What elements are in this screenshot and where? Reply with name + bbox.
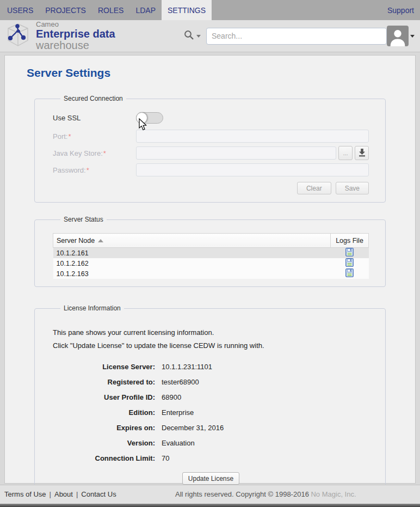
license-row-connection-limit: Connection Limit: 70	[53, 454, 369, 462]
contact-us-link[interactable]: Contact Us	[81, 490, 116, 498]
top-nav: USERS PROJECTS ROLES LDAP SETTINGS Suppo…	[0, 0, 420, 20]
nav-item-support[interactable]: Support	[381, 0, 420, 20]
floppy-disk-icon	[345, 260, 354, 268]
server-status-legend: Server Status	[60, 216, 107, 223]
content-card: Server Settings Secured Connection Use S…	[4, 55, 416, 484]
port-row: Port:*	[53, 130, 369, 143]
user-menu-caret-icon[interactable]	[410, 35, 415, 38]
nav-item-ldap[interactable]: LDAP	[129, 0, 162, 20]
column-header-logs-file: Logs File	[331, 234, 369, 248]
brand-enterprise-data: Enterprise data	[36, 28, 115, 40]
search-zone	[184, 28, 387, 45]
secured-connection-actions: Clear Save	[53, 182, 369, 194]
copyright-text: All rights reserved. Copyright © 1998-20…	[175, 490, 356, 498]
license-row-user-profile-id: User Profile ID: 68900	[53, 393, 369, 401]
footer-separator: |	[76, 490, 78, 498]
page-footer: Terms of Use|About|Contact Us All rights…	[0, 485, 420, 504]
license-intro-line2: Click "Update License" to update the lic…	[53, 341, 369, 350]
password-input[interactable]	[136, 163, 369, 176]
footer-separator: |	[50, 490, 51, 498]
clear-button[interactable]: Clear	[297, 182, 331, 194]
license-row-server: License Server: 10.1.1.231:1101	[53, 363, 369, 371]
user-avatar[interactable]	[387, 26, 409, 46]
java-key-store-label: Java Key Store:*	[53, 149, 136, 157]
floppy-disk-icon	[345, 271, 354, 279]
save-button[interactable]: Save	[336, 182, 369, 194]
about-link[interactable]: About	[54, 490, 73, 498]
required-asterisk: *	[103, 149, 106, 157]
nav-item-projects[interactable]: PROJECTS	[39, 0, 92, 20]
license-legend: License Information	[60, 304, 124, 312]
bottom-strip	[0, 504, 420, 507]
license-row-registered-to: Registered to: tester68900	[53, 378, 369, 386]
license-intro-line1: This pane shows your current licensing i…	[53, 328, 369, 337]
use-ssl-row: Use SSL	[53, 111, 369, 124]
secured-connection-section: Secured Connection Use SSL Port:* Java K…	[34, 95, 386, 203]
app-header: Cameo Enterprise data warehouse	[0, 20, 420, 52]
column-header-server-node[interactable]: Server Node	[53, 234, 331, 248]
secured-connection-legend: Secured Connection	[60, 95, 126, 102]
download-icon	[358, 148, 366, 158]
search-options-caret-icon[interactable]	[196, 35, 201, 38]
password-label: Password:*	[53, 166, 136, 174]
page-title: Server Settings	[27, 66, 415, 80]
use-ssl-label: Use SSL	[53, 114, 136, 122]
license-row-version: Version: Evaluation	[53, 439, 369, 447]
java-key-store-input[interactable]	[136, 146, 336, 160]
password-row: Password:*	[53, 163, 369, 176]
server-node-cell: 10.1.2.163	[53, 268, 331, 279]
brand-warehouse: warehouse	[36, 39, 89, 51]
cameo-cube-logo-icon	[5, 22, 30, 50]
nav-spacer	[212, 0, 381, 20]
download-logs-button[interactable]	[345, 248, 354, 256]
nav-item-settings[interactable]: SETTINGS	[162, 0, 212, 20]
brand-text: Cameo Enterprise data warehouse	[36, 21, 143, 51]
port-label: Port:*	[53, 132, 136, 141]
license-details: License Server: 10.1.1.231:1101 Register…	[53, 363, 369, 462]
license-section: License Information This pane shows your…	[34, 304, 386, 498]
server-node-cell: 10.1.2.161	[53, 248, 331, 259]
search-input[interactable]	[206, 28, 387, 45]
download-logs-button[interactable]	[345, 258, 354, 267]
table-row[interactable]: 10.1.2.162	[53, 258, 369, 268]
mouse-cursor-icon	[139, 118, 148, 133]
brand-cameo: Cameo	[36, 21, 143, 28]
server-status-table: Server Node Logs File 10.1.2.161	[53, 233, 369, 279]
server-status-section: Server Status Server Node Logs File 10.1…	[34, 216, 386, 287]
java-key-store-row: Java Key Store:* ...	[53, 146, 369, 160]
download-logs-button[interactable]	[345, 268, 354, 277]
sort-ascending-icon	[98, 239, 103, 242]
required-asterisk: *	[87, 166, 89, 174]
license-row-edition: Edition: Enterprise	[53, 408, 369, 417]
company-name: No Magic, Inc.	[311, 490, 356, 498]
user-menu	[387, 26, 415, 46]
floppy-disk-icon	[345, 250, 354, 258]
terms-of-use-link[interactable]: Terms of Use	[4, 490, 46, 498]
download-keystore-button[interactable]	[355, 146, 369, 160]
license-row-expires-on: Expires on: December 31, 2016	[53, 424, 369, 432]
table-row[interactable]: 10.1.2.163	[53, 268, 369, 279]
browse-keystore-button[interactable]: ...	[338, 146, 353, 160]
update-license-button[interactable]: Update License	[182, 472, 239, 485]
footer-links: Terms of Use|About|Contact Us	[4, 490, 116, 498]
nav-item-users[interactable]: USERS	[1, 0, 39, 20]
nav-item-roles[interactable]: ROLES	[92, 0, 129, 20]
port-input[interactable]	[136, 130, 369, 143]
search-icon[interactable]	[184, 30, 194, 42]
server-node-cell: 10.1.2.162	[53, 258, 331, 268]
table-row[interactable]: 10.1.2.161	[53, 248, 369, 259]
required-asterisk: *	[68, 132, 71, 141]
brand-logo: Cameo Enterprise data warehouse	[5, 21, 143, 51]
